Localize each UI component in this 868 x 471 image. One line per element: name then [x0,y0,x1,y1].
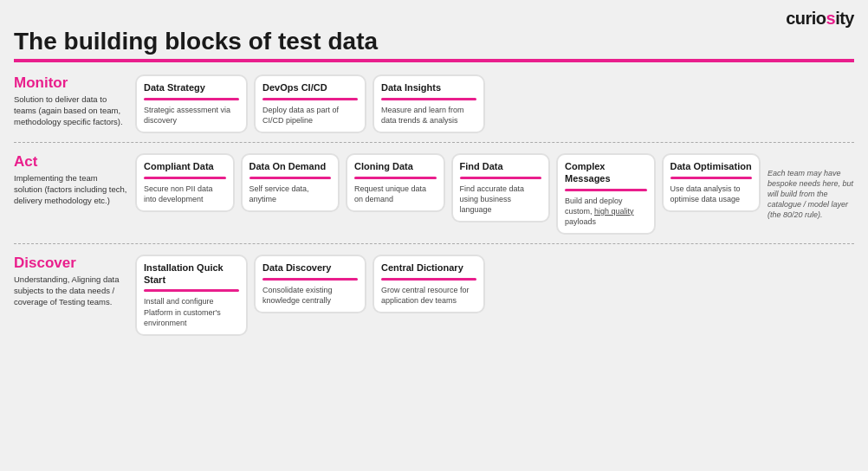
card-installation-quickstart-desc: Install and configure Platform in custom… [144,296,239,327]
card-data-insights-title: Data Insights [381,82,441,94]
logo-accent: s [826,9,836,28]
card-data-optimisation-title: Data Optimisation [670,161,752,173]
card-devops-cicd-title: DevOps CI/CD [262,82,327,94]
card-compliant-data: Compliant Data Secure non PII data into … [135,153,235,212]
card-data-discovery: Data Discovery Consolidate existing know… [254,255,366,313]
card-installation-quickstart: Installation Quick Start Install and con… [135,255,248,336]
card-central-dictionary-divider [381,278,476,281]
divider-act-discover [14,243,854,244]
card-central-dictionary: Central Dictionary Grow central resource… [372,255,485,313]
discover-row: Discover Understanding, Aligning data su… [14,249,854,339]
card-compliant-data-title: Compliant Data [144,161,214,173]
divider-monitor-act [14,142,854,143]
card-devops-cicd: DevOps CI/CD Deploy data as part of CI/C… [254,74,366,133]
card-complex-messages-title: Complex Messages [565,161,647,185]
card-data-optimisation-desc: Use data analysis to optimise data usage [670,184,753,204]
card-data-strategy-desc: Strategic assessment via discovery [144,105,239,126]
card-complex-messages-desc: Build and deploy custom, high quality pa… [565,196,647,227]
card-compliant-data-divider [144,177,226,179]
act-row: Act Implementing the team solution (fact… [14,148,854,238]
sections: Monitor Solution to deliver data to team… [14,69,854,339]
card-data-optimisation-divider [670,177,753,179]
card-installation-quickstart-divider [144,289,239,292]
card-data-strategy-title: Data Strategy [144,82,205,94]
card-data-on-demand-divider [249,177,332,179]
card-cloning-data: Cloning Data Request unique data on dema… [346,153,445,212]
card-cloning-data-title: Cloning Data [354,161,413,173]
act-title: Act [14,153,128,171]
card-complex-messages: Complex Messages Build and deploy custom… [556,153,656,235]
monitor-desc: Solution to deliver data to teams (again… [14,94,128,127]
card-data-insights-desc: Measure and learn from data trends & ana… [381,105,476,126]
card-data-insights: Data Insights Measure and learn from dat… [372,74,485,133]
discover-label-area: Discover Understanding, Aligning data su… [14,255,135,307]
title-divider [14,59,854,62]
page: curiosity The building blocks of test da… [0,0,868,471]
card-data-discovery-desc: Consolidate existing knowledge centrally [262,285,358,306]
card-complex-messages-divider [565,189,647,191]
card-data-on-demand: Data On Demand Self service data, anytim… [241,153,340,212]
card-data-on-demand-title: Data On Demand [249,161,327,173]
card-central-dictionary-title: Central Dictionary [381,262,463,274]
act-label-area: Act Implementing the team solution (fact… [14,153,135,206]
monitor-title: Monitor [14,74,128,92]
card-cloning-data-desc: Request unique data on demand [354,184,437,204]
card-devops-cicd-divider [262,98,358,100]
card-data-strategy-divider [144,98,239,100]
card-devops-cicd-desc: Deploy data as part of CI/CD pipeline [262,105,358,126]
discover-cards: Installation Quick Start Install and con… [135,255,854,336]
monitor-row: Monitor Solution to deliver data to team… [14,69,854,137]
card-central-dictionary-desc: Grow central resource for application de… [381,285,476,306]
card-data-on-demand-desc: Self service data, anytime [249,184,332,204]
monitor-label-area: Monitor Solution to deliver data to team… [14,74,135,127]
card-data-discovery-divider [262,278,358,281]
act-note: Each team may have bespoke needs here, b… [768,168,854,221]
card-cloning-data-divider [354,177,437,179]
discover-title: Discover [14,255,128,272]
act-desc: Implementing the team solution (factors … [14,173,128,206]
card-find-data-title: Find Data [460,161,503,173]
discover-desc: Understanding, Aligning data subjects to… [14,274,128,307]
card-data-strategy: Data Strategy Strategic assessment via d… [135,74,248,133]
act-cards: Compliant Data Secure non PII data into … [135,153,761,235]
logo: curiosity [786,9,854,29]
card-data-insights-divider [381,98,476,100]
card-find-data-desc: Find accurate data using business langua… [460,184,542,215]
card-compliant-data-desc: Secure non PII data into development [144,184,226,204]
main-title: The building blocks of test data [14,28,854,55]
card-data-discovery-title: Data Discovery [262,262,332,274]
card-installation-quickstart-title: Installation Quick Start [144,262,239,287]
monitor-cards: Data Strategy Strategic assessment via d… [135,74,854,133]
card-find-data-divider [460,177,542,179]
card-find-data: Find Data Find accurate data using busin… [451,153,551,223]
card-data-optimisation: Data Optimisation Use data analysis to o… [662,153,761,212]
